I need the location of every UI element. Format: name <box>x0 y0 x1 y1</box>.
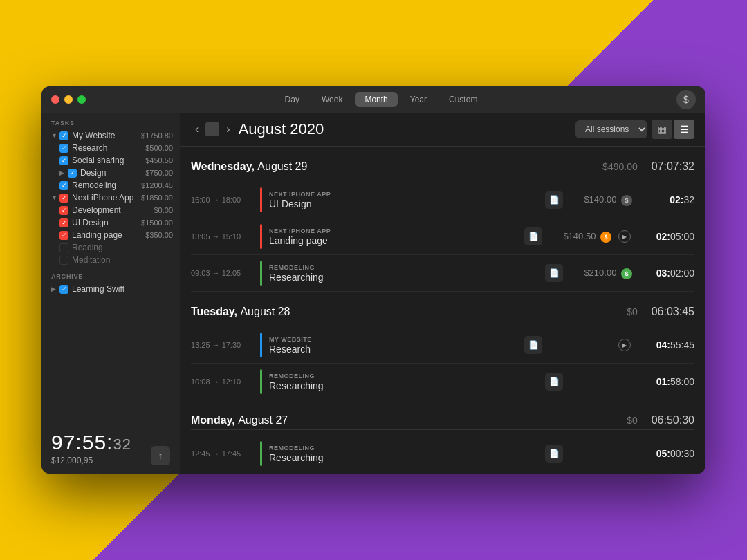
entry-duration: 03:02:00 <box>639 268 694 279</box>
checkbox-development[interactable]: ✓ <box>59 206 68 215</box>
sidebar-item-landing-page[interactable]: ✓ Landing page $350.00 <box>42 229 180 241</box>
entry-time: 09:03 → 12:05 <box>191 269 253 277</box>
view-toggle: ▦ ☰ <box>652 120 694 139</box>
note-icon[interactable]: 📄 <box>524 227 542 245</box>
day-section-aug29: Wednesday, August 29 $490.00 07:07:32 16… <box>191 158 694 292</box>
bar-chart-view-button[interactable]: ▦ <box>652 120 672 139</box>
note-icon[interactable]: 📄 <box>545 373 563 391</box>
checkbox-research[interactable]: ✓ <box>59 144 68 153</box>
day-header-aug29: Wednesday, August 29 $490.00 07:07:32 <box>191 158 694 176</box>
sidebar-item-design[interactable]: ▶ ✓ Design $750.00 <box>42 167 180 179</box>
total-timer-sec: 32 <box>113 436 131 453</box>
entry-duration: 02:05:00 <box>639 231 694 242</box>
checkbox-my-website[interactable]: ✓ <box>59 131 68 140</box>
checkbox-learning-swift[interactable]: ✓ <box>59 285 68 294</box>
checkbox-meditation[interactable] <box>59 256 68 265</box>
profile-icon[interactable]: $ <box>676 90 696 109</box>
checkbox-social-sharing[interactable]: ✓ <box>59 156 68 165</box>
content-header: ‹ › August 2020 All sessions ▦ ☰ <box>180 113 706 147</box>
titlebar: Day Week Month Year Custom $ <box>42 86 706 113</box>
day-total-time-aug28: 06:03:45 <box>652 306 694 318</box>
maximize-button[interactable] <box>77 95 86 104</box>
main-layout: TASKS ▼ ✓ My Website $1750.80 ✓ Research… <box>42 113 706 474</box>
entry-bar <box>260 333 262 357</box>
time-entry: 10:00 → 11:50 REMODELING Planning 📄 01:5… <box>191 472 694 474</box>
play-button[interactable]: ▶ <box>618 230 631 243</box>
note-icon[interactable]: 📄 <box>545 264 563 282</box>
checkbox-landing-page[interactable]: ✓ <box>59 231 68 240</box>
play-button[interactable]: ▶ <box>618 339 631 351</box>
sidebar-item-research[interactable]: ✓ Research $500.00 <box>42 142 180 154</box>
minimize-button[interactable] <box>64 95 73 104</box>
entry-duration: 05:00:30 <box>639 448 694 459</box>
checkbox-next-iphone-app[interactable]: ✓ <box>59 194 68 203</box>
entry-bar <box>260 369 262 394</box>
day-header-aug28: Tuesday, August 28 $0 06:03:45 <box>191 303 694 321</box>
sidebar-item-remodeling[interactable]: ✓ Remodeling $1200.45 <box>42 179 180 192</box>
time-entry: 13:25 → 17:30 MY WEBSITE Research 📄 ▶ 04… <box>191 327 694 364</box>
tab-year[interactable]: Year <box>400 92 436 107</box>
item-label: Next iPhone App <box>72 193 141 203</box>
time-entry: 09:03 → 12:05 REMODELING Researching 📄 $… <box>191 255 694 292</box>
checkbox-ui-design[interactable]: ✓ <box>59 218 68 227</box>
entry-bar <box>260 261 262 286</box>
entry-time: 10:08 → 12:10 <box>191 377 253 386</box>
tab-day[interactable]: Day <box>275 92 309 107</box>
item-label: Development <box>72 205 154 215</box>
checkbox-remodeling[interactable]: ✓ <box>59 181 68 190</box>
prev-month-button[interactable]: ‹ <box>191 120 203 138</box>
tasks-section-label: TASKS <box>42 113 180 129</box>
list-view-button[interactable]: ☰ <box>674 120 694 139</box>
tab-custom[interactable]: Custom <box>439 92 487 107</box>
timeline: Wednesday, August 29 $490.00 07:07:32 16… <box>180 147 706 474</box>
sidebar-item-reading[interactable]: Reading <box>42 241 180 254</box>
sidebar-item-ui-design[interactable]: ✓ UI Design $1500.00 <box>42 216 180 229</box>
day-section-aug28: Tuesday, August 28 $0 06:03:45 13:25 → 1… <box>191 303 694 400</box>
item-value: $0.00 <box>154 206 173 214</box>
time-entry: 12:45 → 17:45 REMODELING Researching 📄 0… <box>191 436 694 472</box>
entry-duration: 04:55:45 <box>639 339 694 351</box>
checkbox-design[interactable]: ✓ <box>68 169 77 178</box>
entry-info: REMODELING Researching <box>269 373 538 391</box>
day-section-aug27: Monday, August 27 $0 06:50:30 12:45 → 17… <box>191 411 694 474</box>
item-value: $1200.45 <box>141 181 173 189</box>
entry-project: NEXT IPHONE APP <box>269 227 517 234</box>
day-header-aug27: Monday, August 27 $0 06:50:30 <box>191 411 694 430</box>
sidebar-item-my-website[interactable]: ▼ ✓ My Website $1750.80 <box>42 129 180 142</box>
item-value: $1500.00 <box>141 218 173 227</box>
sessions-dropdown[interactable]: All sessions <box>575 120 647 138</box>
entry-bar <box>260 224 262 249</box>
sidebar-item-learning-swift[interactable]: ▶ ✓ Learning Swift <box>42 283 180 295</box>
entry-task: UI Design <box>269 198 538 209</box>
expand-icon: ▶ <box>51 286 58 292</box>
tab-week[interactable]: Week <box>312 92 352 107</box>
item-value: $500.00 <box>145 144 173 152</box>
entry-project: MY WEBSITE <box>269 336 517 343</box>
sidebar-item-social-sharing[interactable]: ✓ Social sharing $450.50 <box>42 154 180 167</box>
entry-info: MY WEBSITE Research <box>269 336 517 355</box>
month-square-icon <box>205 122 219 136</box>
item-label: Social sharing <box>72 156 145 165</box>
sidebar-item-next-iphone-app[interactable]: ▼ ✓ Next iPhone App $1850.00 <box>42 192 180 204</box>
export-button[interactable]: ↑ <box>151 446 170 465</box>
day-total-amount-aug28: $0 <box>627 306 638 317</box>
entry-project: NEXT IPHONE APP <box>269 191 538 198</box>
archive-section-label: ARCHIVE <box>42 266 180 283</box>
note-icon[interactable]: 📄 <box>545 445 563 463</box>
day-title-aug29: Wednesday, August 29 <box>191 160 602 173</box>
sidebar-item-development[interactable]: ✓ Development $0.00 <box>42 204 180 216</box>
note-icon[interactable]: 📄 <box>545 191 563 209</box>
entry-task: Researching <box>269 272 538 283</box>
entry-time: 16:00 → 18:00 <box>191 196 253 204</box>
tab-month[interactable]: Month <box>355 92 397 107</box>
entry-project: REMODELING <box>269 445 538 451</box>
note-icon[interactable]: 📄 <box>524 336 542 354</box>
sidebar-item-meditation[interactable]: Meditation <box>42 254 180 266</box>
close-button[interactable] <box>51 95 59 104</box>
checkbox-reading[interactable] <box>59 243 68 252</box>
next-month-button[interactable]: › <box>222 120 234 138</box>
item-label: Research <box>72 143 145 153</box>
entry-task: Researching <box>269 452 538 463</box>
item-label: UI Design <box>72 218 141 227</box>
entry-info: NEXT IPHONE APP UI Design <box>269 191 538 209</box>
